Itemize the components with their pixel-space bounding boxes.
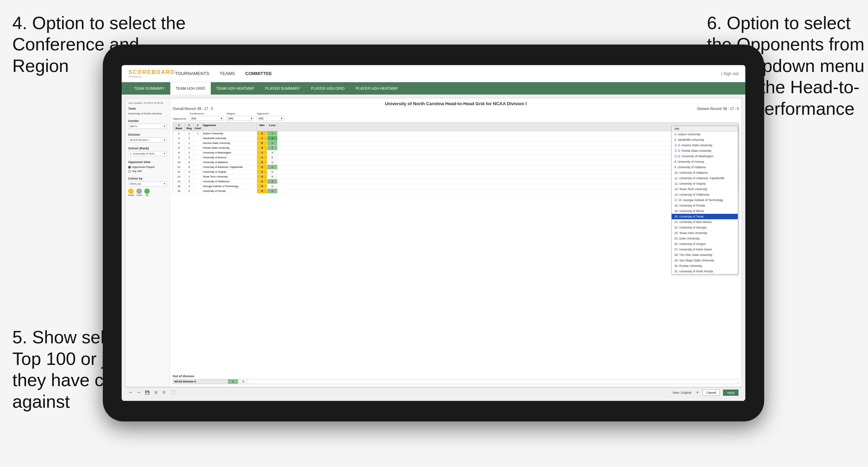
- subnav-player-summary[interactable]: PLAYER SUMMARY: [260, 82, 306, 95]
- table-header: #Rank #Reg #Conf Opponent Win Loss: [173, 122, 739, 131]
- colour-dot-level: [136, 188, 142, 194]
- dropdown-item[interactable]: 14. University of Oklahoma: [672, 192, 738, 197]
- toolbar-copy[interactable]: ⊞: [154, 390, 158, 395]
- sidebar-colour-section: Colour by Win/Loss ▾ Down: [128, 177, 167, 196]
- dropdown-item[interactable]: 2. Auburn University: [672, 132, 738, 137]
- division-loss: 0: [238, 379, 248, 384]
- dropdown-item[interactable]: 23. Texas A&M University: [672, 230, 738, 236]
- toolbar-save[interactable]: 💾: [144, 390, 150, 395]
- division-select[interactable]: NCAA Division I ▾: [128, 137, 167, 143]
- dropdown-item[interactable]: 31. University of North Florida: [672, 269, 738, 274]
- main-content: Last Updated: 4/7/2024 16:55:38 Team Uni…: [122, 95, 745, 401]
- subnav-team-summary[interactable]: TEAM SUMMARY: [129, 82, 170, 95]
- radio-opponents-played[interactable]: Opponents Played: [128, 165, 167, 169]
- table-row: 11 6 University of Arkansas, Fayettevill…: [173, 165, 739, 170]
- toolbar-redo[interactable]: ↪: [136, 390, 141, 395]
- colour-by-select[interactable]: Win/Loss ▾: [128, 181, 167, 186]
- dropdown-item[interactable]: 25. University of Oregon: [672, 241, 738, 247]
- table-row: 13 1 Texas Tech University 3 0: [173, 174, 739, 179]
- apply-button[interactable]: Apply: [723, 390, 738, 396]
- filter-row: Opponents: Conference (All) ▾ Region (Al: [173, 112, 739, 121]
- tablet-screen: SCOREBOARD Powered by ... TOURNAMENTS TE…: [122, 65, 745, 401]
- sidebar-school-section: School (Rank) 1. University of Nort... ▾: [128, 147, 167, 156]
- sub-nav: TEAM SUMMARY TEAM H2H GRID TEAM H2H HEAT…: [122, 82, 745, 95]
- subnav-team-h2h-heatmap[interactable]: TEAM H2H HEATMAP: [211, 82, 260, 95]
- dropdown-item[interactable]: 13. Texas Tech University: [672, 186, 738, 192]
- toolbar-settings[interactable]: ⚙: [162, 390, 167, 395]
- dropdown-item[interactable]: 3. Vanderbilt University: [672, 137, 738, 143]
- opponent-select[interactable]: (All) ▾: [257, 116, 284, 121]
- dropdown-item[interactable]: 22. University of Georgia: [672, 225, 738, 230]
- division-row: NCAA Division II 1 0: [173, 379, 739, 384]
- dropdown-item[interactable]: 9. University of Alabama: [672, 164, 738, 170]
- toolbar-clock[interactable]: 🕐: [170, 390, 176, 395]
- school-label: School (Rank): [128, 147, 167, 150]
- region-select[interactable]: (All) ▾: [227, 116, 254, 121]
- colour-dot-down: [128, 188, 134, 194]
- dropdown-item[interactable]: ☑ 15. Georgia Institute of Technology: [672, 197, 738, 203]
- dropdown-item[interactable]: 8. University of Arizona: [672, 159, 738, 164]
- radio-top100[interactable]: Top 100: [128, 170, 167, 173]
- view-label: View: Original: [672, 391, 691, 394]
- region-filter-label: Region: [227, 112, 254, 115]
- sidebar-team-section: Team University of North Carolina: [128, 107, 167, 115]
- gender-select[interactable]: Men's ▾: [128, 124, 167, 129]
- subnav-player-h2h-grid[interactable]: PLAYER H2H GRID: [306, 82, 350, 95]
- dropdown-item[interactable]: 30. Purdue University: [672, 263, 738, 269]
- table-row: 6 2 Florida State University 4 2: [173, 146, 739, 150]
- dropdown-item[interactable]: 27. University of Notre Dame: [672, 247, 738, 252]
- logo: SCOREBOARD Powered by ...: [129, 69, 175, 78]
- colour-dot-up: [144, 188, 150, 194]
- table-row: 12 3 University of Virginia 1 0: [173, 170, 739, 174]
- table-row: 14 2 University of Oklahoma 2 2: [173, 179, 739, 184]
- radio-dot-top100: [128, 170, 131, 173]
- cancel-button[interactable]: Cancel: [702, 390, 720, 396]
- division-win: 1: [228, 379, 238, 384]
- bottom-toolbar: ↩ ↪ 💾 ⊞ ⚙ 🕐 View: Original 👁 Cancel Appl…: [125, 387, 742, 397]
- division-record: Division Record: 88 - 17 - 0: [697, 107, 739, 111]
- dropdown-item[interactable]: 11. University of Arkansas, Fayetteville: [672, 175, 738, 181]
- sidebar-gender-section: Gender Men's ▾: [128, 119, 167, 129]
- dropdown-item[interactable]: 29. San Diego State University: [672, 258, 738, 263]
- subnav-team-h2h-grid[interactable]: TEAM H2H GRID: [170, 82, 211, 95]
- toolbar-undo[interactable]: ↩: [129, 390, 133, 395]
- school-select[interactable]: 1. University of Nort... ▾: [128, 151, 167, 156]
- dropdown-item[interactable]: 10. University of Alabama: [672, 170, 738, 175]
- content-panel: Last Updated: 4/7/2024 16:55:38 Team Uni…: [125, 98, 742, 387]
- colour-label-level: Level: [136, 194, 142, 196]
- conference-select[interactable]: (All) ▾: [190, 116, 224, 121]
- radio-label-opponents-played: Opponents Played: [132, 165, 155, 169]
- nav-signout[interactable]: | Sign out: [721, 71, 738, 76]
- dropdown-item[interactable]: ☑ 5. Florida State University: [672, 148, 738, 153]
- subnav-player-h2h-heatmap[interactable]: PLAYER H2H HEATMAP: [350, 82, 403, 95]
- table-row: 8 2 University of Washington 1 0: [173, 150, 739, 155]
- nav-teams[interactable]: TEAMS: [220, 71, 235, 76]
- opponent-dropdown[interactable]: (All) 2. Auburn University 3. Vanderbilt…: [671, 126, 738, 274]
- table-row: 9 3 University of Arizona 1 0: [173, 155, 739, 160]
- dropdown-item-selected[interactable]: 20. University of Texas: [672, 214, 738, 219]
- nav-committee[interactable]: COMMITTEE: [245, 71, 272, 76]
- dropdown-header: (All): [672, 126, 738, 132]
- nav-tournaments[interactable]: TOURNAMENTS: [175, 71, 209, 76]
- region-filter: Region (All) ▾: [227, 112, 254, 121]
- team-label: Team: [128, 107, 167, 110]
- report-records: Overall Record: 89 - 17 - 0 Division Rec…: [173, 107, 739, 111]
- dropdown-item[interactable]: ☑ 6. University of Washington: [672, 153, 738, 159]
- gender-label: Gender: [128, 119, 167, 123]
- dropdown-item[interactable]: 18. University of Illinois: [672, 208, 738, 214]
- conference-filter-label: Conference: [190, 112, 224, 115]
- dropdown-item[interactable]: 28. The Ohio State University: [672, 252, 738, 258]
- dropdown-item[interactable]: ☑ 4. Arizona State University: [672, 143, 738, 148]
- eye-icon: 👁: [696, 391, 699, 394]
- team-value: University of North Carolina: [128, 112, 162, 115]
- th-rank: #Rank: [173, 123, 185, 131]
- dropdown-item[interactable]: 21. University of New Mexico: [672, 219, 738, 225]
- dropdown-item[interactable]: 24. Duke University: [672, 236, 738, 241]
- table-row: 3 2 Vanderbilt University 0 4: [173, 136, 739, 141]
- nav-links: TOURNAMENTS TEAMS COMMITTEE: [175, 71, 721, 76]
- table-row: 2 1 1 Auburn University 2 1: [173, 131, 739, 136]
- dropdown-item[interactable]: 16. University of Florida: [672, 203, 738, 208]
- timestamp: Last Updated: 4/7/2024 16:55:38: [128, 102, 167, 104]
- table-row: 15 4 Georgia Institute of Technology 5 0: [173, 184, 739, 189]
- dropdown-item[interactable]: 12. University of Virginia: [672, 181, 738, 186]
